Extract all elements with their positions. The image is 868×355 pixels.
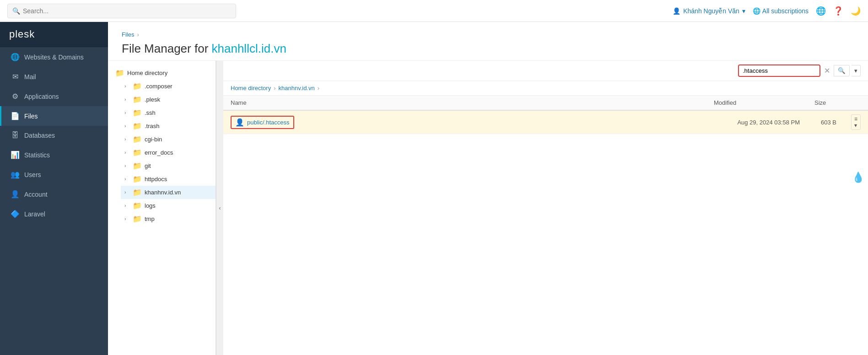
dir-item-label: cgi-bin (145, 136, 162, 143)
breadcrumb: Files › (122, 31, 854, 38)
dir-item-label: git (145, 162, 151, 169)
drop-icon[interactable]: 💧 (852, 172, 864, 183)
global-search-container: 🔍 (7, 4, 236, 18)
dir-item-ssh[interactable]: › 📁 .ssh (121, 106, 216, 119)
dir-item-label: .ssh (145, 109, 156, 116)
account-icon: 👤 (11, 190, 20, 199)
dir-tree-root[interactable]: 📁 Home directory (108, 66, 216, 80)
chevron-icon: › (124, 190, 130, 195)
dir-item-label: .composer (145, 83, 173, 90)
sidebar-item-files[interactable]: 📄 Files (0, 106, 108, 126)
dir-item-logs[interactable]: › 📁 logs (121, 199, 216, 212)
topbar-right: 👤 Khánh Nguyễn Văn ▾ 🌐 All subscriptions… (673, 6, 861, 16)
file-manager: 📁 Home directory › 📁 .composer › 📁 .ples (108, 61, 868, 355)
chevron-icon: › (124, 177, 130, 182)
file-action-menu-button[interactable]: ≡ ▾ (851, 114, 861, 130)
user-icon: 👤 (673, 7, 680, 15)
dir-item-error-docs[interactable]: › 📁 error_docs (121, 146, 216, 159)
file-name-link[interactable]: public/.htaccess (247, 119, 290, 126)
file-search-input[interactable] (738, 65, 820, 77)
column-header-name[interactable]: Name (223, 96, 706, 110)
file-path-domain[interactable]: khanhnv.id.vn (278, 85, 314, 91)
theme-toggle-icon[interactable]: 🌙 (851, 6, 861, 16)
dir-item-composer[interactable]: › 📁 .composer (121, 80, 216, 93)
dir-item-khanhnv[interactable]: › 📁 khanhnv.id.vn (121, 186, 216, 199)
breadcrumb-separator: › (137, 31, 139, 38)
sidebar-item-databases[interactable]: 🗄 Databases (0, 126, 108, 145)
chevron-icon: › (124, 150, 130, 155)
dir-item-httpdocs[interactable]: › 📁 httpdocs (121, 172, 216, 186)
collapse-panel-handle[interactable]: ‹ (216, 61, 223, 355)
chevron-icon: › (124, 97, 130, 102)
folder-icon: 📁 (133, 161, 142, 170)
sidebar-logo: plesk (0, 22, 108, 47)
page-header: Files › File Manager for khanhllcl.id.vn (108, 22, 868, 61)
file-modified-cell: Aug 29, 2024 03:58 PM (706, 110, 807, 134)
collapse-icon: ‹ (219, 205, 221, 211)
file-name-cell: 👤 public/.htaccess (223, 110, 706, 134)
file-size-cell: 603 B (807, 110, 844, 134)
sidebar-item-label: Applications (24, 93, 59, 100)
file-user-icon: 👤 (235, 118, 244, 127)
sidebar-item-users[interactable]: 👥 Users (0, 165, 108, 184)
file-search-clear-button[interactable]: ✕ (822, 66, 832, 75)
sidebar-item-mail[interactable]: ✉ Mail (0, 67, 108, 86)
user-name: Khánh Nguyễn Văn (683, 7, 739, 15)
dir-item-label: .plesk (145, 96, 160, 103)
statistics-icon: 📊 (11, 151, 20, 159)
laravel-icon: 🔷 (11, 210, 20, 218)
folder-icon: 📁 (133, 82, 142, 91)
file-search-dropdown-button[interactable]: ▾ (852, 65, 861, 76)
file-path-sep1: › (274, 85, 275, 91)
floating-drop-container: 💧 (852, 172, 864, 183)
dir-tree-children: › 📁 .composer › 📁 .plesk › 📁 .ssh (108, 80, 216, 226)
folder-icon: 📁 (133, 188, 142, 197)
page-title: File Manager for khanhllcl.id.vn (122, 42, 854, 56)
dir-item-trash[interactable]: › 📁 .trash (121, 119, 216, 133)
file-search-button[interactable]: 🔍 (834, 65, 850, 76)
file-path-home[interactable]: Home directory (231, 85, 271, 91)
chevron-icon: › (124, 203, 130, 208)
page-title-prefix: File Manager for (122, 42, 212, 55)
user-menu[interactable]: 👤 Khánh Nguyễn Văn ▾ (673, 7, 745, 15)
files-icon: 📄 (11, 112, 20, 120)
dir-item-tmp[interactable]: › 📁 tmp (121, 212, 216, 226)
sidebar-item-laravel[interactable]: 🔷 Laravel (0, 204, 108, 224)
chevron-icon: › (124, 216, 130, 221)
file-list-panel: ✕ 🔍 ▾ Home directory › khanhnv.id.vn › (223, 61, 868, 355)
sidebar-item-websites-domains[interactable]: 🌐 Websites & Domains (0, 47, 108, 67)
breadcrumb-files[interactable]: Files (122, 31, 134, 38)
sidebar: plesk 🌐 Websites & Domains ✉ Mail ⚙ Appl… (0, 22, 108, 355)
sidebar-item-account[interactable]: 👤 Account (0, 184, 108, 204)
sidebar-item-applications[interactable]: ⚙ Applications (0, 86, 108, 106)
page-title-domain: khanhllcl.id.vn (212, 42, 286, 55)
content-area: Files › File Manager for khanhllcl.id.vn… (108, 22, 868, 355)
sidebar-item-statistics[interactable]: 📊 Statistics (0, 145, 108, 165)
sidebar-item-label: Account (24, 191, 48, 198)
file-actions-cell: ≡ ▾ (844, 110, 868, 134)
file-path-breadcrumb: Home directory › khanhnv.id.vn › (223, 81, 868, 96)
search-icon: 🔍 (12, 7, 20, 15)
file-name-highlighted-box: 👤 public/.htaccess (231, 116, 294, 129)
sidebar-item-label: Websites & Domains (24, 54, 84, 61)
dir-item-plesk[interactable]: › 📁 .plesk (121, 93, 216, 106)
dir-item-label: tmp (145, 215, 155, 222)
language-icon[interactable]: 🌐 (816, 6, 826, 16)
topbar: 🔍 👤 Khánh Nguyễn Văn ▾ 🌐 All subscriptio… (0, 0, 868, 22)
dir-item-git[interactable]: › 📁 git (121, 159, 216, 172)
folder-icon: 📁 (133, 175, 142, 183)
folder-icon: 📁 (133, 201, 142, 210)
subscription-label: All subscriptions (762, 7, 809, 15)
column-header-modified[interactable]: Modified (706, 96, 807, 110)
folder-icon: 📁 (133, 135, 142, 144)
help-icon[interactable]: ❓ (833, 6, 843, 16)
chevron-icon: › (124, 163, 130, 168)
chevron-icon: › (124, 110, 130, 115)
root-label: Home directory (127, 70, 167, 76)
global-search-input[interactable] (23, 7, 231, 15)
dir-item-cgi-bin[interactable]: › 📁 cgi-bin (121, 133, 216, 146)
logo-text: plesk (9, 28, 35, 40)
subscription-selector[interactable]: 🌐 All subscriptions (753, 7, 809, 15)
column-header-size[interactable]: Size (807, 96, 844, 110)
layout: plesk 🌐 Websites & Domains ✉ Mail ⚙ Appl… (0, 22, 868, 355)
